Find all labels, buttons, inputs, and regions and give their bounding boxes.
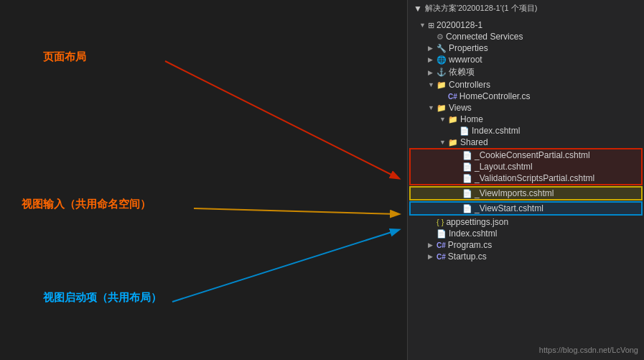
expand-icon: ▶ [428, 253, 437, 260]
viewimports-label: _ViewImports.cshtml [475, 188, 554, 198]
project-label: 20200128-1 [437, 20, 482, 30]
label-view-input: 视图输入（共用命名空间） [22, 198, 151, 211]
program-label: Program.cs [448, 240, 492, 250]
deps-label: 依赖项 [449, 66, 475, 78]
tree-item-wwwroot[interactable]: ▶ 🌐 wwwroot [408, 54, 644, 65]
tree-item-index2[interactable]: 📄 Index.cshtml [408, 228, 644, 239]
tree-item-views[interactable]: ▼ 📁 Views [408, 102, 644, 114]
expand-icon: ▶ [428, 45, 437, 52]
tree-item-validation-partial[interactable]: 📄 _ValidationScriptsPartial.cshtml [411, 172, 641, 184]
validation-partial-label: _ValidationScriptsPartial.cshtml [475, 173, 594, 183]
folder-icon: 📁 [437, 103, 447, 113]
tree-item-deps[interactable]: ▶ ⚓ 依赖项 [408, 65, 644, 79]
tree-item-startup[interactable]: ▶ C# Startup.cs [408, 251, 644, 262]
tree-header: ▼ 解决方案'20200128-1'(1 个项目) [408, 0, 644, 17]
json-icon: { } [437, 218, 444, 226]
expand-icon: ▼ [439, 116, 448, 123]
cshtml-icon: 📄 [437, 229, 447, 239]
shared-label: Shared [460, 137, 488, 147]
blue-highlight-group: 📄 _ViewStart.cshtml [409, 201, 643, 216]
tree-item-index-cshtml[interactable]: 📄 Index.cshtml [408, 125, 644, 137]
controllers-label: Controllers [449, 80, 490, 90]
tree-item-home[interactable]: ▼ 📁 Home [408, 114, 644, 125]
views-label: Views [449, 103, 472, 113]
svg-line-1 [194, 208, 398, 214]
tree-container: ▼ ⊞ 20200128-1 ⚙ Connected Services ▶ 🔧 … [408, 17, 644, 262]
expand-icon: ▶ [428, 241, 437, 249]
svg-line-2 [172, 230, 398, 302]
tree-item-program[interactable]: ▶ C# Program.cs [408, 239, 644, 251]
cshtml-icon: 📄 [462, 162, 472, 172]
cshtml-icon: 📄 [462, 174, 472, 183]
watermark: https://blog.csdn.net/LcVong [539, 346, 638, 354]
cs-icon: C# [448, 93, 457, 101]
expand-icon: ▶ [428, 69, 437, 76]
cshtml-icon: 📄 [462, 204, 472, 213]
solution-explorer: ▼ 解决方案'20200128-1'(1 个项目) ▼ ⊞ 20200128-1… [407, 0, 644, 360]
viewstart-label: _ViewStart.cshtml [475, 203, 543, 213]
folder-icon: 📁 [437, 80, 447, 90]
cshtml-icon: 📄 [462, 151, 472, 160]
tree-item-homecontroller[interactable]: C# HomeController.cs [408, 91, 644, 102]
label-view-start: 视图启动项（共用布局） [43, 291, 162, 305]
folder-icon: 📁 [448, 115, 458, 124]
wrench-icon: 🔧 [437, 44, 447, 53]
folder-icon: 📁 [448, 138, 458, 147]
solution-label: 解决方案'20200128-1'(1 个项目) [425, 3, 537, 14]
annotation-area: 页面布局 视图输入（共用命名空间） 视图启动项（共用布局） [0, 0, 402, 360]
cs-icon: C# [437, 241, 446, 249]
red-highlight-group: 📄 _CookieConsentPartial.cshtml 📄 _Layout… [409, 148, 643, 185]
tree-item-layout[interactable]: 📄 _Layout.cshtml [411, 161, 641, 172]
globe-icon: 🌐 [437, 55, 447, 65]
tree-item-appsettings[interactable]: { } appsettings.json [408, 216, 644, 228]
index-cshtml-label: Index.cshtml [472, 126, 520, 136]
properties-label: Properties [449, 43, 488, 53]
cs-icon: C# [437, 253, 446, 261]
tree-item-connected[interactable]: ⚙ Connected Services [408, 31, 644, 42]
expand-icon: ▶ [428, 56, 437, 63]
cookie-partial-label: _CookieConsentPartial.cshtml [475, 150, 590, 160]
expand-icon: ▼ [428, 104, 437, 111]
gear-icon: ⚙ [437, 32, 444, 42]
layout-label: _Layout.cshtml [475, 162, 533, 172]
tree-item-viewimports[interactable]: 📄 _ViewImports.cshtml [411, 188, 641, 199]
yellow-highlight-group: 📄 _ViewImports.cshtml [409, 186, 643, 200]
expand-icon: ▼ [439, 139, 448, 146]
expand-icon: ▼ [428, 81, 437, 88]
tree-item-viewstart[interactable]: 📄 _ViewStart.cshtml [411, 203, 641, 214]
homecontroller-label: HomeController.cs [459, 91, 531, 101]
appsettings-label: appsettings.json [446, 217, 508, 227]
wwwroot-label: wwwroot [449, 55, 482, 65]
startup-label: Startup.cs [448, 251, 487, 262]
tree-item-cookie-partial[interactable]: 📄 _CookieConsentPartial.cshtml [411, 149, 641, 161]
cshtml-icon: 📄 [462, 189, 472, 198]
svg-line-0 [165, 61, 398, 178]
solution-icon: ▼ [414, 4, 422, 14]
ref-icon: ⚓ [437, 68, 447, 77]
cshtml-icon: 📄 [459, 126, 470, 136]
connected-label: Connected Services [446, 32, 523, 42]
tree-item-properties[interactable]: ▶ 🔧 Properties [408, 42, 644, 54]
home-label: Home [460, 114, 483, 124]
label-page-layout: 页面布局 [43, 50, 86, 64]
tree-item-shared[interactable]: ▼ 📁 Shared [408, 137, 644, 148]
project-icon: ⊞ [428, 21, 434, 30]
tree-item-controllers[interactable]: ▼ 📁 Controllers [408, 79, 644, 91]
expand-icon: ▼ [419, 22, 428, 29]
index2-label: Index.cshtml [449, 229, 497, 239]
tree-item-project[interactable]: ▼ ⊞ 20200128-1 [408, 19, 644, 31]
